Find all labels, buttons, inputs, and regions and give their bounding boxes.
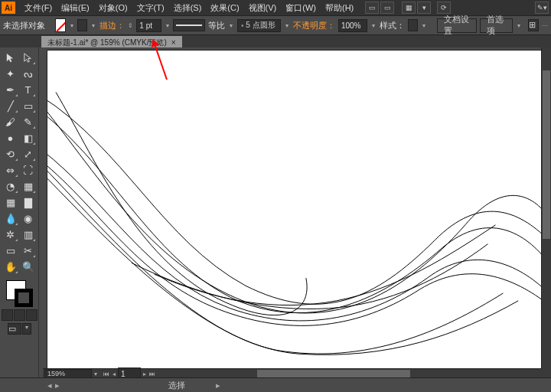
- tab-title: 未标题-1.ai* @ 159% (CMYK/预览): [47, 38, 167, 48]
- workspace: ✦ ᔓ ✒ T ╱ ▭ 🖌 ✎ ● ◧ ⟲ ⤢ ⇔ ⛶ ◔ ▦: [0, 47, 551, 378]
- direct-selection-tool[interactable]: [19, 50, 37, 66]
- menu-type[interactable]: 文字(T): [132, 2, 169, 14]
- artboard-nav-prev[interactable]: ◂: [110, 371, 118, 377]
- prefs-button[interactable]: 首选项: [480, 18, 513, 33]
- stroke-weight-input[interactable]: 1 pt: [136, 19, 161, 32]
- pencil-tool[interactable]: ✎: [19, 114, 37, 130]
- align-icon[interactable]: ⊞: [528, 19, 539, 31]
- stroke-weight-drop[interactable]: ▾: [165, 22, 171, 29]
- doc-settings-button[interactable]: 文档设置: [437, 18, 477, 33]
- gradient-mode-btn[interactable]: [14, 309, 25, 321]
- stroke-drop[interactable]: ▾: [90, 22, 96, 29]
- brush-drop[interactable]: ▾: [284, 22, 290, 29]
- eyedropper-tool[interactable]: 💧: [2, 211, 19, 227]
- tools-panel: ✦ ᔓ ✒ T ╱ ▭ 🖌 ✎ ● ◧ ⟲ ⤢ ⇔ ⛶ ◔ ▦: [0, 47, 39, 378]
- slice-tool[interactable]: ✂: [19, 243, 37, 259]
- stroke-swatch[interactable]: [77, 19, 87, 31]
- menu-object[interactable]: 对象(O): [94, 2, 132, 14]
- zoom-tool[interactable]: 🔍: [19, 259, 37, 275]
- selection-tool[interactable]: [2, 50, 19, 66]
- selection-status: 未选择对象: [3, 20, 45, 31]
- proportional-drop[interactable]: ▾: [228, 22, 234, 29]
- prefs-drop[interactable]: ▾: [516, 22, 522, 29]
- eraser-tool[interactable]: ◧: [19, 130, 37, 146]
- menu-edit[interactable]: 编辑(E): [57, 2, 94, 14]
- style-drop[interactable]: ▾: [421, 22, 427, 29]
- scale-tool[interactable]: ⤢: [19, 146, 37, 162]
- tab-close-icon[interactable]: ×: [171, 38, 176, 47]
- stroke-color[interactable]: [15, 289, 33, 307]
- brush-select[interactable]: • 5 点圆形: [237, 19, 281, 32]
- stroke-profile[interactable]: [173, 19, 205, 31]
- graph-tool[interactable]: ▥: [19, 227, 37, 243]
- horizontal-scroll-thumb[interactable]: [257, 370, 410, 377]
- blend-tool[interactable]: ◉: [19, 211, 37, 227]
- style-swatch[interactable]: [408, 19, 418, 31]
- perspective-tool[interactable]: ▦: [19, 178, 37, 194]
- menu-select[interactable]: 选择(S): [169, 2, 207, 14]
- menu-window[interactable]: 窗口(W): [281, 2, 321, 14]
- artboard[interactable]: [47, 51, 542, 369]
- free-transform-tool[interactable]: ⛶: [19, 162, 37, 178]
- fill-swatch[interactable]: [55, 18, 66, 32]
- proportional-label: 等比: [208, 20, 225, 31]
- color-mode-btn[interactable]: [2, 309, 13, 321]
- menu-view[interactable]: 视图(V): [244, 2, 282, 14]
- canvas-area: [43, 47, 542, 369]
- line-tool[interactable]: ╱: [2, 98, 19, 114]
- zoom-drop[interactable]: ▾: [92, 371, 99, 377]
- status-tool-name: 选择: [168, 380, 185, 391]
- control-bar: 未选择对象 ▾ ▾ 描边： ⇕ 1 pt ▾ 等比 ▾ • 5 点圆形 ▾ 不透…: [0, 16, 551, 35]
- artboard-nav-last[interactable]: ⏭: [148, 371, 156, 377]
- status-prev-icon[interactable]: ◂: [47, 381, 52, 390]
- status-next-icon[interactable]: ▸: [55, 381, 60, 390]
- vertical-scroll-thumb[interactable]: [543, 70, 550, 239]
- fill-drop[interactable]: ▾: [69, 22, 75, 29]
- layout-btn-2[interactable]: ▭: [380, 2, 394, 14]
- blob-brush-tool[interactable]: ●: [2, 130, 19, 146]
- search-icon[interactable]: ✎▾: [535, 2, 549, 14]
- hand-tool[interactable]: ✋: [2, 259, 19, 275]
- pen-tool[interactable]: ✒: [2, 82, 19, 98]
- mesh-tool[interactable]: ▦: [2, 194, 19, 211]
- menu-effect[interactable]: 效果(C): [206, 2, 243, 14]
- status-bar: ◂ ▸ 选择 ▸: [0, 377, 551, 392]
- width-tool[interactable]: ⇔: [2, 162, 19, 178]
- layout-btn-1[interactable]: ▭: [365, 2, 379, 14]
- paintbrush-tool[interactable]: 🖌: [2, 114, 19, 130]
- rotate-tool[interactable]: ⟲: [2, 146, 19, 162]
- menu-file[interactable]: 文件(F): [20, 2, 57, 14]
- status-more-icon[interactable]: ▸: [216, 381, 220, 390]
- stroke-label: 描边：: [99, 20, 125, 31]
- fill-stroke-indicator[interactable]: [4, 278, 34, 309]
- arrange-btn[interactable]: ▦: [402, 2, 416, 14]
- screen-mode-drop[interactable]: ▾: [22, 323, 31, 335]
- opacity-drop[interactable]: ▾: [370, 22, 377, 29]
- artwork-curves: [47, 51, 542, 369]
- lasso-tool[interactable]: ᔓ: [19, 66, 37, 82]
- style-label: 样式：: [380, 20, 405, 31]
- symbol-sprayer-tool[interactable]: ✲: [2, 227, 19, 243]
- opacity-input[interactable]: 100%: [338, 19, 368, 32]
- artboard-nav-next[interactable]: ▸: [141, 371, 148, 377]
- gradient-tool[interactable]: ▇: [19, 194, 37, 211]
- rectangle-tool[interactable]: ▭: [19, 98, 37, 114]
- workspace-switch[interactable]: ⟳: [437, 2, 451, 14]
- artboard-nav-first[interactable]: ⏮: [103, 371, 110, 377]
- magic-wand-tool[interactable]: ✦: [2, 66, 19, 82]
- stroke-stepper[interactable]: ⇕: [128, 22, 134, 29]
- vertical-scrollbar[interactable]: [541, 47, 551, 369]
- menu-help[interactable]: 帮助(H): [321, 2, 358, 14]
- arrange-drop[interactable]: ▾: [417, 2, 431, 14]
- control-more[interactable]: ⋯: [542, 22, 548, 29]
- none-mode-btn[interactable]: [26, 309, 37, 321]
- type-tool[interactable]: T: [19, 82, 37, 98]
- artboard-tool[interactable]: ▭: [2, 243, 19, 259]
- app-logo: Ai: [2, 2, 15, 14]
- opacity-label: 不透明度：: [293, 20, 335, 31]
- screen-mode-btn[interactable]: ▭: [8, 323, 21, 335]
- shape-builder-tool[interactable]: ◔: [2, 178, 19, 194]
